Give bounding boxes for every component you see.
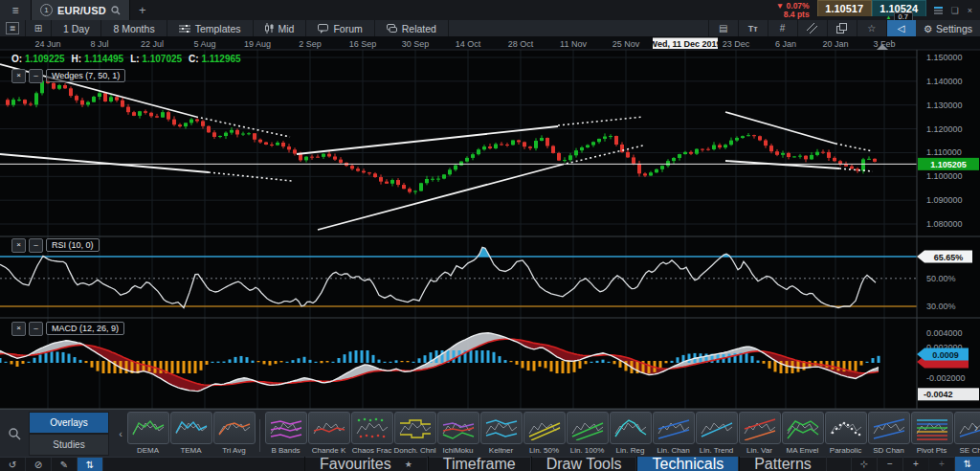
related-button[interactable]: Related (375, 20, 449, 36)
disable-tools-icon[interactable]: ⊘ (26, 458, 52, 471)
indicator-tile-ichimoku[interactable]: IchiMoku (436, 412, 479, 455)
period-button[interactable]: 1 Day (52, 20, 101, 36)
indicator-tile-chande-k[interactable]: Chande K (307, 412, 350, 455)
x-axis-date-label: 30 Sep (402, 39, 430, 49)
layout-grid-icon[interactable]: ⊞ (26, 20, 52, 36)
candle-body (207, 126, 211, 133)
chart-canvas[interactable]: 24 Jun8 Jul22 Jul5 Aug19 Aug2 Sep16 Sep3… (0, 0, 980, 471)
indicator-preview-icon (217, 415, 252, 440)
tab-overlays[interactable]: Overlays (29, 412, 109, 434)
price-type-button[interactable]: Mid (254, 20, 307, 36)
indicator-tile-lin-100-[interactable]: Lin. 100% (566, 412, 609, 455)
bottom-tab-timeframe[interactable]: Timeframe (428, 457, 531, 471)
indicator-tile-lin-reg[interactable]: Lin. Reg (609, 412, 652, 455)
candle-body (17, 100, 21, 101)
indicator-preview-icon (613, 415, 648, 440)
hatch-lines-icon (807, 23, 817, 34)
pan-icon[interactable]: ⊹ (851, 457, 877, 471)
indicator-tile-lin-chan[interactable]: Lin. Chan (652, 412, 695, 455)
candle-body (29, 103, 33, 104)
indicator-tile-b-bands[interactable]: B Bands (264, 412, 307, 455)
text-tool-icon[interactable]: Tᴛ (738, 20, 768, 36)
carousel-next-icon[interactable]: › (974, 421, 978, 435)
bottom-tab-favourites[interactable]: Favourites★ (304, 457, 428, 471)
pencil-icon[interactable]: ✎ (52, 458, 78, 471)
instrument-tab[interactable]: 1 EUR/USD (32, 0, 130, 20)
macd-histogram-bar (246, 357, 249, 363)
zoom-in-icon[interactable]: + (902, 457, 928, 471)
indicator-tile-pivot-pts[interactable]: Pivot Pts (910, 412, 953, 455)
auto-scale-icon[interactable]: ☆ (857, 20, 886, 36)
pointer-tool-icon[interactable]: ◁ (886, 20, 916, 36)
candle-body (442, 174, 446, 178)
candle-body (161, 112, 165, 117)
bottom-tab-patterns[interactable]: Patterns (739, 457, 827, 471)
window-restore-icon[interactable]: ❏ (951, 6, 959, 15)
indicator-tile-ma-envel[interactable]: MA Envel (781, 412, 824, 455)
panel-toggle-icon[interactable]: ⇅ (78, 458, 103, 471)
indicator-preview-icon (915, 415, 949, 440)
window-close-icon[interactable]: × (968, 6, 972, 15)
indicator-tile-tri-avg[interactable]: Tri Avg (212, 412, 256, 455)
tab-studies[interactable]: Studies (29, 434, 109, 456)
candle-body (230, 130, 234, 133)
align-annotations-icon[interactable]: ▤ (708, 20, 738, 36)
indicator-tile-donch-chnl[interactable]: Donch. Chnl (393, 412, 436, 455)
candle-body (701, 149, 704, 150)
draw-hatch-icon[interactable] (797, 20, 827, 36)
indicator-tile-dema[interactable]: DEMA (126, 412, 169, 455)
bottom-tab-draw-tools[interactable]: Draw Tools (531, 457, 637, 471)
crosshair-icon[interactable]: + (928, 457, 954, 471)
rsi-label[interactable]: RSI (10, 0) (46, 238, 100, 252)
indicator-tile-chaos-frac[interactable]: Chaos Frac (350, 412, 393, 455)
candle-body (620, 145, 624, 152)
x-axis-date-label: 16 Sep (349, 39, 377, 49)
minimize-macd-icon[interactable]: – (29, 322, 43, 336)
hamburger-menu-icon[interactable]: ≡ (0, 0, 32, 20)
macd-label[interactable]: MACD (12, 26, 9) (46, 322, 124, 335)
grid-toggle-icon[interactable]: # (768, 20, 797, 36)
window-menu-icon[interactable] (934, 6, 943, 15)
indicator-search-button[interactable] (0, 428, 29, 440)
price-tick-label: 1.090000 (926, 195, 963, 205)
macd-histogram-bar (189, 361, 191, 373)
macd-histogram-bar (550, 361, 553, 371)
remove-rsi-icon[interactable]: × (11, 238, 26, 253)
order-ticket-icon[interactable]: ≣ (0, 20, 26, 36)
templates-button[interactable]: Templates (167, 20, 254, 36)
add-tab-button[interactable]: + (130, 0, 155, 20)
indicator-preview-icon (484, 415, 519, 440)
remove-macd-icon[interactable]: × (11, 322, 26, 336)
indicator-tile-lin-50-[interactable]: Lin. 50% (523, 412, 566, 455)
minimize-overlay-icon[interactable]: – (29, 69, 43, 83)
ohlc-high-value: 1.114495 (84, 54, 123, 64)
candle-body (184, 123, 188, 126)
overlay-label[interactable]: Wedges (7, 50, 1) (46, 69, 125, 82)
indicator-tile-tema[interactable]: TEMA (169, 412, 212, 455)
range-button[interactable]: 8 Months (101, 20, 167, 36)
layers-icon[interactable] (827, 20, 857, 36)
candle-body (804, 156, 808, 160)
settings-button[interactable]: ⚙Settings (916, 20, 980, 36)
resize-panes-icon[interactable]: ⇅ (954, 457, 980, 471)
indicator-tile-keltner[interactable]: Keltner (479, 412, 523, 455)
macd-histogram-bar (872, 358, 875, 363)
search-icon[interactable] (111, 6, 121, 15)
macd-histogram-bar (585, 361, 588, 364)
indicator-tile-lin-var[interactable]: Lin. Var (738, 412, 781, 455)
speech-bubble-icon (318, 24, 328, 34)
indicator-preview-icon (398, 415, 433, 440)
bottom-tab-technicals[interactable]: Technicals (636, 457, 739, 471)
sell-price-button[interactable]: 1.10517 (817, 0, 872, 16)
zoom-out-icon[interactable]: − (877, 457, 902, 471)
reset-chart-icon[interactable]: ↺ (0, 458, 26, 471)
indicator-tile-lin-trend[interactable]: Lin. Trend (695, 412, 738, 455)
indicator-tile-sd-chan[interactable]: SD Chan (867, 412, 910, 455)
carousel-prev-icon[interactable]: ‹ (115, 428, 126, 439)
forum-button[interactable]: Forum (306, 20, 374, 36)
indicator-tile-parabolic[interactable]: Parabolic (824, 412, 867, 455)
candle-body (201, 122, 205, 126)
candle-body (224, 133, 228, 136)
minimize-rsi-icon[interactable]: – (29, 238, 43, 253)
remove-overlay-icon[interactable]: × (11, 69, 26, 83)
